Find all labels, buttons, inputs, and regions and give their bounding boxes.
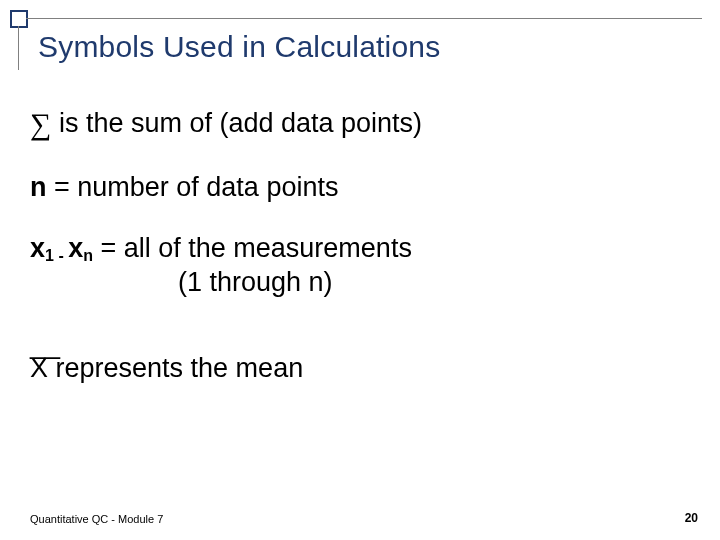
footer-page-number: 20 (685, 511, 698, 525)
sigma-text: is the sum of (add data points) (51, 108, 422, 138)
slide-title: Symbols Used in Calculations (38, 30, 440, 64)
slide-body: ∑ is the sum of (add data points) n = nu… (30, 105, 680, 414)
xn-subscript: n (83, 247, 93, 264)
xrange-line2: (1 through n) (30, 266, 680, 300)
sigma-symbol: ∑ (30, 105, 51, 143)
n-text: = number of data points (47, 172, 339, 202)
corner-decor-box (10, 10, 28, 28)
x1-subscript: 1 (45, 247, 58, 264)
slide: Symbols Used in Calculations ∑ is the su… (0, 0, 720, 540)
row-xbar: __ X represents the mean (30, 328, 680, 386)
range-dash: - (58, 247, 68, 264)
xbar-text: represents the mean (48, 353, 303, 383)
row-xrange: x1 - xn = all of the measurements (1 thr… (30, 232, 680, 300)
vertical-rule (18, 26, 19, 70)
xrange-text: = all of the measurements (93, 233, 412, 263)
horizontal-rule (26, 18, 702, 19)
xn-symbol: x (68, 232, 83, 266)
x1-symbol: x (30, 232, 45, 266)
row-sigma: ∑ is the sum of (add data points) (30, 105, 680, 143)
n-symbol: n (30, 171, 47, 205)
row-n: n = number of data points (30, 171, 680, 205)
xbar-symbol: X (30, 353, 48, 383)
footer-module: Quantitative QC - Module 7 (30, 513, 163, 525)
